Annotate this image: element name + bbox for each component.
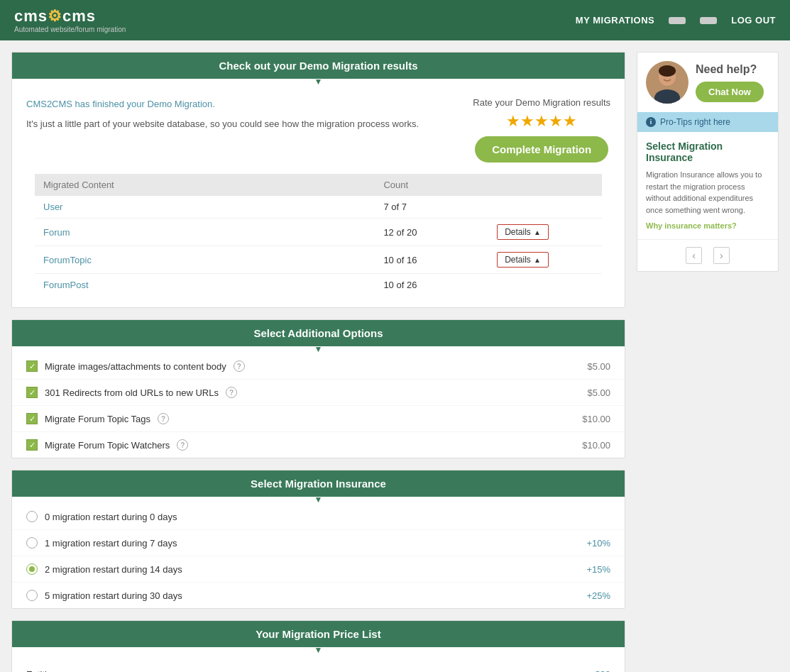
table-row: ForumTopic10 of 16Details ▲ xyxy=(35,246,602,274)
insurance-row: 5 migration restart during 30 days+25% xyxy=(12,583,625,608)
insurance-panel-arrow: ▼ xyxy=(12,495,625,504)
option-row: ✓301 Redirects from old URLs to new URLs… xyxy=(12,380,625,406)
col-header-action xyxy=(488,174,602,196)
price-panel-arrow: ▼ xyxy=(12,646,625,654)
user-btn1[interactable] xyxy=(669,17,686,24)
insurance-label: 0 migration restart during 0 days xyxy=(45,512,177,522)
insurance-percent: +15% xyxy=(586,564,610,575)
row-count: 7 of 7 xyxy=(375,196,488,219)
page-layout: Check out your Demo Migration results ▼ … xyxy=(0,40,790,672)
sidebar-insurance-title: Select Migration Insurance xyxy=(646,141,769,163)
col-header-count: Count xyxy=(375,174,488,196)
help-icon[interactable]: ? xyxy=(234,360,245,372)
option-label: Migrate Forum Topic Watchers xyxy=(45,440,170,451)
complete-migration-btn-top[interactable]: Complete Migration xyxy=(475,136,608,163)
logo-area: cms⚙cms Automated website/forum migratio… xyxy=(14,7,126,33)
row-count: 10 of 26 xyxy=(375,274,488,297)
demo-content: CMS2CMS has finished your Demo Migration… xyxy=(12,86,625,174)
pro-tips-bar: i Pro-Tips right here xyxy=(637,112,778,132)
user-btn2[interactable] xyxy=(700,17,717,24)
insurance-left: 5 migration restart during 30 days xyxy=(26,590,182,601)
option-label: Migrate images/attachments to content bo… xyxy=(45,361,226,372)
content-link[interactable]: ForumPost xyxy=(43,280,89,290)
demo-link[interactable]: CMS2CMS has finished your Demo Migration… xyxy=(26,99,215,109)
option-label: Migrate Forum Topic Tags xyxy=(45,414,150,424)
sidebar-insurance-text: Migration Insurance allows you to restar… xyxy=(646,169,769,216)
chat-now-btn[interactable]: Chat Now xyxy=(696,82,764,102)
option-checkbox[interactable]: ✓ xyxy=(26,413,38,424)
agent-avatar-svg xyxy=(646,61,688,104)
row-content: ForumPost xyxy=(35,274,375,297)
option-checkbox[interactable]: ✓ xyxy=(26,387,38,398)
option-price: $10.00 xyxy=(582,440,610,451)
my-migrations-link[interactable]: MY MIGRATIONS xyxy=(576,15,654,26)
insurance-left: 2 migration restart during 14 days xyxy=(26,563,182,575)
row-action xyxy=(488,274,602,297)
price-row: Entities$30 xyxy=(26,666,610,672)
option-label: 301 Redirects from old URLs to new URLs xyxy=(45,387,219,398)
demo-right: Rate your Demo Migration results ★★★★★ C… xyxy=(473,97,610,163)
option-price: $10.00 xyxy=(582,414,610,424)
option-checkbox[interactable]: ✓ xyxy=(26,360,38,372)
price-label: Entities xyxy=(26,669,57,672)
option-left: ✓Migrate images/attachments to content b… xyxy=(26,360,245,372)
table-row: ForumPost10 of 26 xyxy=(35,274,602,297)
details-btn[interactable]: Details ▲ xyxy=(497,252,549,268)
sidebar: Need help? Chat Now i Pro-Tips right her… xyxy=(637,52,779,672)
content-link[interactable]: User xyxy=(43,202,62,212)
stars: ★★★★★ xyxy=(473,112,610,131)
option-checkbox[interactable]: ✓ xyxy=(26,439,38,451)
header-nav: MY MIGRATIONS LOG OUT xyxy=(576,15,776,26)
insurance-radio[interactable] xyxy=(26,563,38,575)
insurance-radio[interactable] xyxy=(26,590,38,601)
svg-point-3 xyxy=(659,65,676,77)
row-count: 10 of 16 xyxy=(375,246,488,274)
options-list: ✓Migrate images/attachments to content b… xyxy=(12,353,625,458)
details-btn[interactable]: Details ▲ xyxy=(497,224,549,240)
insurance-percent: +25% xyxy=(586,590,610,601)
insurance-percent: +10% xyxy=(586,538,610,549)
price-rows: Entities$30Options$30Insurance$9 xyxy=(26,666,610,672)
info-icon: i xyxy=(646,117,656,127)
content-link[interactable]: Forum xyxy=(43,227,70,238)
insurance-left: 1 migration restart during 7 days xyxy=(26,537,177,549)
option-price: $5.00 xyxy=(587,361,610,372)
why-insurance-link[interactable]: Why insurance matters? xyxy=(646,221,737,230)
insurance-panel-header: Select Migration Insurance xyxy=(12,470,625,497)
option-price: $5.00 xyxy=(587,387,610,398)
migration-table-wrapper: Migrated Content Count User7 of 7Forum12… xyxy=(12,174,625,307)
help-icon[interactable]: ? xyxy=(177,439,188,451)
row-count: 12 of 20 xyxy=(375,219,488,246)
row-action xyxy=(488,196,602,219)
demo-migration-panel: Check out your Demo Migration results ▼ … xyxy=(11,52,625,308)
sidebar-prev-btn[interactable]: ‹ xyxy=(686,247,702,264)
help-icon[interactable]: ? xyxy=(226,387,237,398)
insurance-row: 1 migration restart during 7 days+10% xyxy=(12,530,625,556)
logout-link[interactable]: LOG OUT xyxy=(731,15,776,26)
insurance-label: 2 migration restart during 14 days xyxy=(45,564,182,575)
demo-left: CMS2CMS has finished your Demo Migration… xyxy=(26,97,459,136)
insurance-list: 0 migration restart during 0 days1 migra… xyxy=(12,504,625,608)
options-panel-header: Select Additional Options xyxy=(12,320,625,346)
avatar xyxy=(646,61,688,104)
option-left: ✓Migrate Forum Topic Watchers? xyxy=(26,439,188,451)
insurance-radio[interactable] xyxy=(26,537,38,549)
insurance-row: 2 migration restart during 14 days+15% xyxy=(12,556,625,583)
agent-area: Need help? Chat Now xyxy=(637,53,778,112)
option-row: ✓Migrate images/attachments to content b… xyxy=(12,353,625,380)
additional-options-panel: Select Additional Options ▼ ✓Migrate ima… xyxy=(11,319,625,458)
insurance-row: 0 migration restart during 0 days xyxy=(12,504,625,530)
content-link[interactable]: ForumTopic xyxy=(43,255,92,265)
demo-panel-arrow: ▼ xyxy=(12,77,625,86)
table-row: Forum12 of 20Details ▲ xyxy=(35,219,602,246)
help-icon[interactable]: ? xyxy=(158,413,169,424)
options-panel-arrow: ▼ xyxy=(12,345,625,353)
agent-info: Need help? Chat Now xyxy=(696,63,764,102)
rate-label: Rate your Demo Migration results xyxy=(473,97,610,108)
sidebar-next-btn[interactable]: › xyxy=(713,247,730,264)
col-header-content: Migrated Content xyxy=(35,174,375,196)
demo-text1: CMS2CMS has finished your Demo Migration… xyxy=(26,97,459,111)
insurance-left: 0 migration restart during 0 days xyxy=(26,511,177,522)
insurance-radio[interactable] xyxy=(26,511,38,522)
logo-icon: ⚙ xyxy=(48,7,62,25)
